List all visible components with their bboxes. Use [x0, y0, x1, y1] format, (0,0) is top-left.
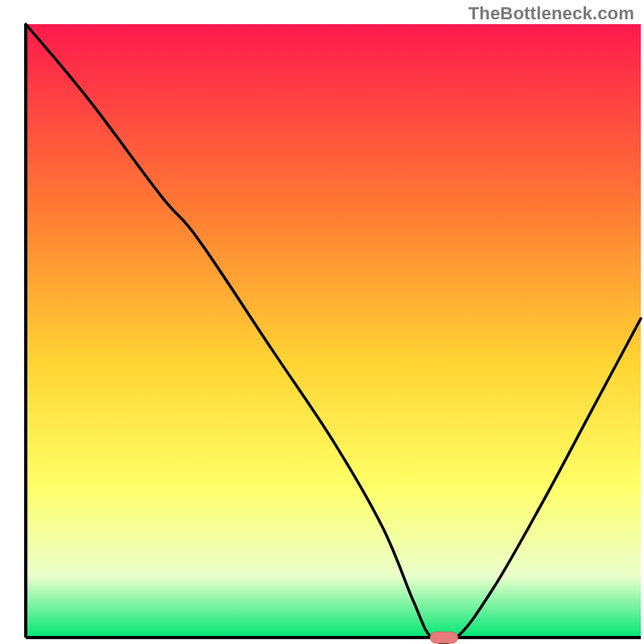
chart-stage: TheBottleneck.com [0, 0, 644, 644]
optimal-marker [431, 632, 458, 643]
watermark-text: TheBottleneck.com [469, 3, 634, 24]
plot-background [26, 24, 641, 638]
chart-svg [0, 0, 644, 644]
